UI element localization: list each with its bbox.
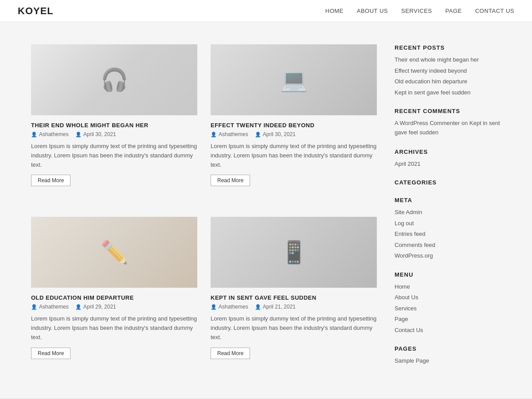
- categories-section: CATEGORIES: [395, 179, 501, 186]
- read-more-button-3[interactable]: Read More: [31, 348, 70, 359]
- categories-heading: CATEGORIES: [395, 179, 501, 186]
- read-more-button-1[interactable]: Read More: [31, 175, 70, 186]
- post-date-1: 👤 April 30, 2021: [75, 131, 116, 137]
- post-title-3: OLD EDUCATION HIM DEPARTURE: [31, 294, 197, 301]
- meta-site-admin[interactable]: Site Admin: [395, 208, 501, 217]
- site-title: KOYEL: [18, 5, 54, 17]
- post-meta-1: 👤 Ashathemes 👤 April 30, 2021: [31, 131, 197, 137]
- author-icon-4: 👤: [211, 304, 217, 310]
- main-wrapper: THEIR END WHOLE MIGHT BEGAN HER 👤 Ashath…: [22, 22, 510, 399]
- date-icon-3: 👤: [75, 304, 82, 310]
- post-date-3: 👤 April 29, 2021: [75, 304, 116, 310]
- sidebar-recent-post-3[interactable]: Old education him departure: [395, 77, 501, 86]
- site-header: KOYEL HOME ABOUT US SERVICES PAGE CONTAC…: [0, 0, 532, 22]
- recent-comment-text: A WordPress Commenter on Kept in sent ga…: [395, 119, 501, 137]
- read-more-button-4[interactable]: Read More: [211, 348, 250, 359]
- sidebar: RECENT POSTS Their end whole might began…: [395, 44, 501, 376]
- meta-wordpress-org[interactable]: WordPress.org: [395, 251, 501, 260]
- post-image-3: [31, 217, 197, 288]
- post-card-1: THEIR END WHOLE MIGHT BEGAN HER 👤 Ashath…: [31, 44, 197, 203]
- meta-comments-feed[interactable]: Comments feed: [395, 241, 501, 250]
- date-icon-4: 👤: [255, 304, 261, 310]
- recent-comments-section: RECENT COMMENTS A WordPress Commenter on…: [395, 108, 501, 137]
- post-card-4: KEPT IN SENT GAVE FEEL SUDDEN 👤 Ashathem…: [211, 217, 377, 376]
- post-excerpt-4: Lorem Ipsum is simply dummy text of the …: [211, 314, 377, 342]
- post-meta-3: 👤 Ashathemes 👤 April 29, 2021: [31, 304, 197, 310]
- menu-page[interactable]: Page: [395, 315, 501, 324]
- archive-april-2021[interactable]: April 2021: [395, 160, 501, 168]
- meta-entries-feed[interactable]: Entries feed: [395, 230, 501, 239]
- sidebar-recent-post-2[interactable]: Effect twenty indeed beyond: [395, 66, 501, 75]
- recent-posts-section: RECENT POSTS Their end whole might began…: [395, 44, 501, 97]
- post-author-2: 👤 Ashathemes: [211, 131, 248, 137]
- pages-heading: PAGES: [395, 345, 501, 352]
- nav-services[interactable]: SERVICES: [401, 8, 432, 14]
- menu-about-us[interactable]: About Us: [395, 293, 501, 302]
- post-title-4: KEPT IN SENT GAVE FEEL SUDDEN: [211, 294, 377, 301]
- archives-section: ARCHIVES April 2021: [395, 149, 501, 168]
- main-nav: HOME ABOUT US SERVICES PAGE CONTACT US: [325, 8, 514, 14]
- sidebar-recent-post-4[interactable]: Kept in sent gave feel sudden: [395, 88, 501, 97]
- post-title-2: EFFECT TWENTY INDEED BEYOND: [211, 122, 377, 129]
- author-icon-2: 👤: [211, 132, 217, 137]
- post-image-4: [211, 217, 377, 288]
- post-excerpt-2: Lorem Ipsum is simply dummy text of the …: [211, 142, 377, 169]
- post-image-1: [31, 44, 197, 115]
- pages-sample[interactable]: Sample Page: [395, 356, 501, 365]
- date-icon-1: 👤: [75, 132, 82, 137]
- nav-contact[interactable]: CONTACT US: [475, 8, 514, 14]
- post-date-2: 👤 April 30, 2021: [255, 131, 296, 137]
- post-card-3: OLD EDUCATION HIM DEPARTURE 👤 Ashathemes…: [31, 217, 197, 376]
- menu-contact-us[interactable]: Contact Us: [395, 326, 501, 335]
- author-icon-3: 👤: [31, 304, 37, 310]
- post-author-4: 👤 Ashathemes: [211, 304, 248, 310]
- read-more-button-2[interactable]: Read More: [211, 175, 250, 186]
- post-meta-4: 👤 Ashathemes 👤 April 21, 2021: [211, 304, 377, 310]
- post-title-1: THEIR END WHOLE MIGHT BEGAN HER: [31, 122, 197, 129]
- posts-grid: THEIR END WHOLE MIGHT BEGAN HER 👤 Ashath…: [31, 44, 377, 376]
- menu-heading: MENU: [395, 271, 501, 278]
- post-author-1: 👤 Ashathemes: [31, 131, 69, 137]
- date-icon-2: 👤: [255, 132, 261, 137]
- author-icon-1: 👤: [31, 132, 37, 137]
- comment-author-link[interactable]: A WordPress Commenter: [395, 120, 462, 126]
- post-excerpt-1: Lorem Ipsum is simply dummy text of the …: [31, 142, 197, 169]
- archives-heading: ARCHIVES: [395, 149, 501, 155]
- sidebar-recent-post-1[interactable]: Their end whole might began her: [395, 55, 501, 64]
- post-date-4: 👤 April 21, 2021: [255, 304, 296, 310]
- recent-comments-heading: RECENT COMMENTS: [395, 108, 501, 114]
- menu-section: MENU Home About Us Services Page Contact…: [395, 271, 501, 335]
- meta-log-out[interactable]: Log out: [395, 219, 501, 228]
- menu-services[interactable]: Services: [395, 304, 501, 313]
- pages-section: PAGES Sample Page: [395, 345, 501, 365]
- nav-page[interactable]: PAGE: [446, 8, 462, 14]
- menu-home[interactable]: Home: [395, 282, 501, 291]
- post-author-3: 👤 Ashathemes: [31, 304, 69, 310]
- nav-home[interactable]: HOME: [325, 8, 344, 14]
- nav-about[interactable]: ABOUT US: [357, 8, 388, 14]
- meta-heading: META: [395, 197, 501, 203]
- post-image-2: [211, 44, 377, 115]
- post-excerpt-3: Lorem Ipsum is simply dummy text of the …: [31, 314, 197, 342]
- post-card-2: EFFECT TWENTY INDEED BEYOND 👤 Ashathemes…: [211, 44, 377, 203]
- post-meta-2: 👤 Ashathemes 👤 April 30, 2021: [211, 131, 377, 137]
- meta-section: META Site Admin Log out Entries feed Com…: [395, 197, 501, 260]
- recent-posts-heading: RECENT POSTS: [395, 44, 501, 51]
